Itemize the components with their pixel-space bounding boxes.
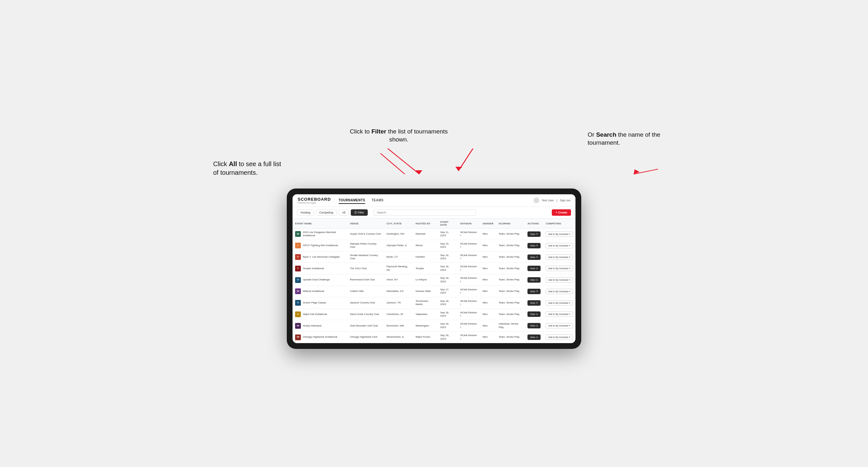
event-name-9: Chicago Highlands Invitational [303,336,337,339]
view-button-1[interactable]: View [527,243,540,248]
event-name-5: Wildcat Invitational [303,290,324,293]
division-cell-9: NCAA Division I [458,332,480,343]
venue-cell-1: Olympia Fields Country Club [347,240,384,251]
team-logo-6: V [295,300,301,306]
col-gender: GENDER [480,219,496,228]
hosted-by-cell-3: Temple [413,263,438,274]
create-button[interactable]: + Create [552,209,571,216]
hosted-by-cell-0: Marshall [413,228,438,240]
annotation-search-bold: Search [596,131,616,138]
view-button-3[interactable]: View [527,266,540,271]
gender-cell-5: Men [480,286,496,298]
tournament-table: EVENT NAME VENUE CITY, STATE HOSTED BY S… [292,219,576,343]
search-input[interactable] [373,209,476,216]
venue-cell-3: The 1912 Club [347,263,384,274]
add-schedule-button-3[interactable]: Add to My Schedule [546,266,573,271]
team-logo-2: F [295,254,301,260]
view-button-5[interactable]: View [527,289,540,294]
hosted-by-cell-2: Fairfield [413,251,438,263]
table-row: F Ryan T. Lee Memorial Collegiate Shuttl… [292,251,576,263]
table-row: U Upstate Dual Challenge Ravenwood Golf … [292,274,576,286]
nav-tabs: TOURNAMENTS TEAMS [339,197,384,204]
logo-sub: Powered by clippd [298,201,331,204]
team-logo-0: M [295,231,301,237]
city-state-cell-3: Plymouth Meeting, PA [384,263,413,274]
all-button[interactable]: All [339,209,349,216]
team-logo-8: W [295,323,301,329]
gender-cell-7: Men [480,309,496,320]
start-date-cell-5: Sep 17, 2023 [438,286,458,298]
col-competing: COMPETING [543,219,576,228]
actions-cell-9: View [525,332,543,343]
city-state-cell-2: Berlin, CT [384,251,413,263]
table-row: V Valpo Fall Invitational Sand Creek Cou… [292,309,576,320]
start-date-cell-6: Sep 18, 2023 [438,297,458,309]
division-cell-7: NCAA Division I [458,309,480,320]
tablet-screen: SCOREBOARD Powered by clippd TOURNAMENTS… [292,194,576,343]
view-button-6[interactable]: View [527,300,540,306]
actions-cell-0: View [525,228,543,240]
table-row: V Grover Page Classic Jackson Country Cl… [292,297,576,309]
view-button-2[interactable]: View [527,254,540,260]
annotation-all-bold: All [229,160,237,167]
svg-line-2 [458,149,473,171]
competing-button[interactable]: Competing [316,209,337,216]
view-button-9[interactable]: View [527,335,540,340]
add-schedule-button-2[interactable]: Add to My Schedule [546,254,573,260]
venue-cell-9: Chicago Highlands Club [347,332,384,343]
start-date-cell-8: Sep 18, 2023 [438,320,458,332]
competing-cell-3: Add to My Schedule [543,263,576,274]
actions-cell-7: View [525,309,543,320]
start-date-cell-0: Sep 11, 2023 [438,228,458,240]
event-name-7: Valpo Fall Invitational [303,313,327,316]
team-logo-1: I [295,243,301,248]
nav-tab-tournaments[interactable]: TOURNAMENTS [339,197,365,204]
event-name-cell-6: V Grover Page Classic [292,297,347,309]
event-name-cell-4: U Upstate Dual Challenge [292,274,347,286]
user-name: Test User [542,199,554,202]
event-name-cell-3: T Temple Invitational [292,263,347,274]
view-button-4[interactable]: View [527,277,540,283]
start-date-cell-3: Sep 16, 2023 [438,263,458,274]
view-button-8[interactable]: View [527,323,540,329]
city-state-cell-8: Bremerton, WA [384,320,413,332]
add-schedule-button-8[interactable]: Add to My Schedule [546,323,573,329]
add-schedule-button-4[interactable]: Add to My Schedule [546,277,573,283]
tablet-frame: SCOREBOARD Powered by clippd TOURNAMENTS… [287,189,581,349]
scoring-cell-6: Team, Stroke Play [496,297,525,309]
hosted-by-cell-9: Wake Forest [413,332,438,343]
add-schedule-button-5[interactable]: Add to My Schedule [546,289,573,294]
hosted-by-cell-5: Kansas State [413,286,438,298]
venue-cell-8: Gold Mountain Golf Club [347,320,384,332]
col-division: DIVISION [458,219,480,228]
view-button-7[interactable]: View [527,311,540,317]
actions-cell-6: View [525,297,543,309]
competing-cell-8: Add to My Schedule [543,320,576,332]
start-date-cell-7: Sep 18, 2023 [438,309,458,320]
table-row: W Wildcat Invitational Colbert Hills Man… [292,286,576,298]
actions-cell-5: View [525,286,543,298]
scoring-cell-9: Team, Stroke Play [496,332,525,343]
svg-marker-3 [456,167,462,171]
nav-tab-teams[interactable]: TEAMS [372,197,384,204]
add-schedule-button-0[interactable]: Add to My Schedule [546,231,573,237]
sign-out-link[interactable]: Sign out [560,199,570,202]
add-schedule-button-1[interactable]: Add to My Schedule [546,243,573,248]
add-schedule-button-7[interactable]: Add to My Schedule [546,311,573,317]
event-name-0: 2023 Joe Feaganes Marshall Invitational [303,231,345,238]
view-button-0[interactable]: View [527,231,540,237]
add-schedule-button-6[interactable]: Add to My Schedule [546,300,573,306]
table-row: W Husky Individual Gold Mountain Golf Cl… [292,320,576,332]
venue-cell-0: Guyan Golf & Country Club [347,228,384,240]
top-nav: SCOREBOARD Powered by clippd TOURNAMENTS… [292,194,576,207]
scoring-cell-5: Team, Stroke Play [496,286,525,298]
add-schedule-button-9[interactable]: Add to My Schedule [546,335,573,340]
scoring-cell-1: Team, Stroke Play [496,240,525,251]
hosting-button[interactable]: Hosting [297,209,314,216]
start-date-cell-1: Sep 15, 2023 [438,240,458,251]
gender-cell-4: Men [480,274,496,286]
filter-button[interactable]: ☰ Filter [351,209,368,216]
division-cell-3: NCAA Division I [458,263,480,274]
city-state-cell-6: Jackson, TN [384,297,413,309]
annotation-topright: Or Search the name of the tournament. [588,131,661,147]
